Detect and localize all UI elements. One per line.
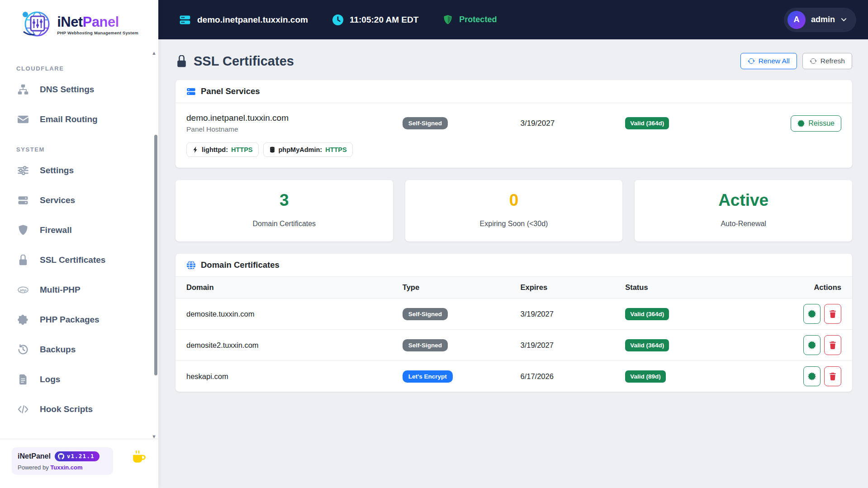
refresh-icon: [810, 57, 817, 65]
bolt-icon: [192, 147, 199, 153]
lock-icon: [175, 55, 188, 67]
sidebar-item-label: Backups: [40, 345, 76, 355]
sidebar-item-multi-php[interactable]: php Multi-PHP: [0, 275, 158, 305]
trash-icon: [829, 310, 837, 318]
stat-value: 3: [180, 192, 389, 208]
sidebar-item-label: DNS Settings: [40, 85, 94, 95]
sidebar-item-logs[interactable]: Logs: [0, 365, 158, 394]
sidebar-item-firewall[interactable]: Firewall: [0, 215, 158, 245]
refresh-label: Refresh: [821, 57, 845, 65]
refresh-icon: [748, 57, 755, 65]
row-type-badge: Self-Signed: [403, 339, 448, 351]
php-icon: php: [17, 284, 29, 296]
renew-cert-button[interactable]: [803, 366, 821, 386]
page-content: SSL Certificates Renew All Refresh: [158, 39, 868, 392]
certificate-seal-icon: [808, 341, 816, 349]
sidebar-item-backups[interactable]: Backups: [0, 335, 158, 365]
code-icon: [17, 403, 29, 415]
delete-cert-button[interactable]: [824, 335, 841, 355]
svg-text:php: php: [19, 288, 27, 292]
sidebar-item-label: Settings: [40, 166, 74, 175]
sidebar-nav: CLOUDFLARE DNS Settings Email Routing SY…: [0, 46, 158, 439]
domain-certificates-title: Domain Certificates: [201, 260, 280, 270]
table-row: demosite.tuxxin.com Self-Signed 3/19/202…: [175, 298, 852, 329]
shield-check-icon: [443, 14, 453, 25]
cert-type-badge: Self-Signed: [403, 117, 448, 129]
topbar-clock-group: 11:05:20 AM EDT: [332, 14, 418, 25]
user-name: admin: [811, 15, 835, 24]
brand-tagline: PHP Webhosting Management System: [57, 30, 138, 35]
topbar-time: 11:05:20 AM EDT: [350, 15, 418, 25]
certificate-seal-icon: [797, 120, 805, 127]
avatar: A: [787, 11, 806, 29]
stat-value: Active: [639, 192, 848, 208]
certificate-seal-icon: [808, 310, 816, 318]
row-status-badge: Valid (364d): [625, 339, 669, 351]
refresh-button[interactable]: Refresh: [802, 53, 852, 69]
powered-by-link[interactable]: Tuxxin.com: [50, 464, 82, 471]
reissue-label: Reissue: [808, 119, 835, 128]
sidebar-item-dns-settings[interactable]: DNS Settings: [0, 75, 158, 104]
footer-app-name: iNetPanel: [18, 452, 51, 460]
brand-logo[interactable]: iNetPanel PHP Webhosting Management Syst…: [0, 0, 158, 46]
delete-cert-button[interactable]: [824, 304, 841, 324]
sidebar-scrollbar[interactable]: [154, 135, 157, 375]
user-menu[interactable]: A admin: [784, 8, 856, 32]
topbar-protection-group: Protected: [443, 14, 497, 25]
server-icon: [186, 87, 196, 96]
clock-icon: [332, 14, 343, 25]
version-card: iNetPanel v1.21.1 Powered by Tuxxin.com: [12, 447, 113, 475]
page-title-text: SSL Certificates: [194, 54, 294, 69]
reissue-button[interactable]: Reissue: [791, 115, 841, 132]
puzzle-icon: [17, 314, 29, 326]
sidebar-item-settings[interactable]: Settings: [0, 156, 158, 185]
row-type-badge: Self-Signed: [403, 308, 448, 320]
renew-all-label: Renew All: [759, 57, 790, 65]
version-badge[interactable]: v1.21.1: [55, 451, 100, 461]
sidebar-item-hook-scripts[interactable]: Hook Scripts: [0, 394, 158, 424]
stat-domain-certificates: 3 Domain Certificates: [175, 180, 393, 242]
sidebar-item-label: Multi-PHP: [40, 285, 81, 295]
panel-hostname: demo.inetpanel.tuxxin.com: [186, 113, 403, 123]
nav-section-system: SYSTEM: [16, 146, 158, 153]
database-icon: [269, 147, 275, 153]
service-tag-lighttpd: lighttpd: HTTPS: [186, 142, 259, 157]
stat-expiring-soon: 0 Expiring Soon (<30d): [405, 180, 623, 242]
table-header: Domain Type Expires Status Actions: [175, 277, 852, 298]
sidebar-item-label: Firewall: [40, 225, 72, 235]
brand-logo-text: iNetPanel PHP Webhosting Management Syst…: [57, 15, 138, 35]
stat-label: Expiring Soon (<30d): [410, 220, 618, 228]
sidebar-item-email-routing[interactable]: Email Routing: [0, 104, 158, 134]
table-row: demosite2.tuxxin.com Self-Signed 3/19/20…: [175, 329, 852, 360]
renew-all-button[interactable]: Renew All: [740, 53, 797, 69]
sidebar-item-ssl-certificates[interactable]: SSL Certificates: [0, 245, 158, 275]
sidebar-scroll-up-icon[interactable]: ▲: [152, 51, 157, 56]
trash-icon: [829, 372, 837, 380]
app-root: iNetPanel PHP Webhosting Management Syst…: [0, 0, 868, 488]
stat-value: 0: [410, 192, 618, 208]
row-domain: demosite2.tuxxin.com: [186, 341, 403, 350]
row-status-badge: Valid (89d): [625, 370, 666, 383]
topbar: demo.inetpanel.tuxxin.com 11:05:20 AM ED…: [158, 0, 868, 39]
service-tag-phpmyadmin: phpMyAdmin: HTTPS: [263, 142, 353, 157]
renew-cert-button[interactable]: [803, 304, 821, 324]
sidebar-item-label: Hook Scripts: [40, 404, 93, 414]
sidebar-item-services[interactable]: Services: [0, 185, 158, 215]
sidebar: iNetPanel PHP Webhosting Management Syst…: [0, 0, 158, 488]
topbar-hostname: demo.inetpanel.tuxxin.com: [197, 15, 308, 25]
panel-hostname-label: Panel Hostname: [186, 125, 403, 133]
sidebar-item-label: Email Routing: [40, 114, 98, 124]
file-icon: [17, 374, 29, 385]
row-expires: 3/19/2027: [520, 341, 625, 350]
coffee-icon[interactable]: [131, 449, 147, 464]
table-row: heskapi.com Let's Encrypt 6/17/2026 Vali…: [175, 360, 852, 392]
delete-cert-button[interactable]: [824, 366, 841, 386]
renew-cert-button[interactable]: [803, 335, 821, 355]
sidebar-item-php-packages[interactable]: PHP Packages: [0, 305, 158, 335]
stat-label: Domain Certificates: [180, 220, 389, 228]
nav-section-cloudflare: CLOUDFLARE: [16, 65, 158, 72]
panel-hostname-cell: demo.inetpanel.tuxxin.com Panel Hostname: [186, 113, 403, 133]
topbar-hostname-group: demo.inetpanel.tuxxin.com: [179, 14, 308, 26]
service-protocol: HTTPS: [231, 146, 253, 153]
column-domain: Domain: [186, 283, 403, 292]
